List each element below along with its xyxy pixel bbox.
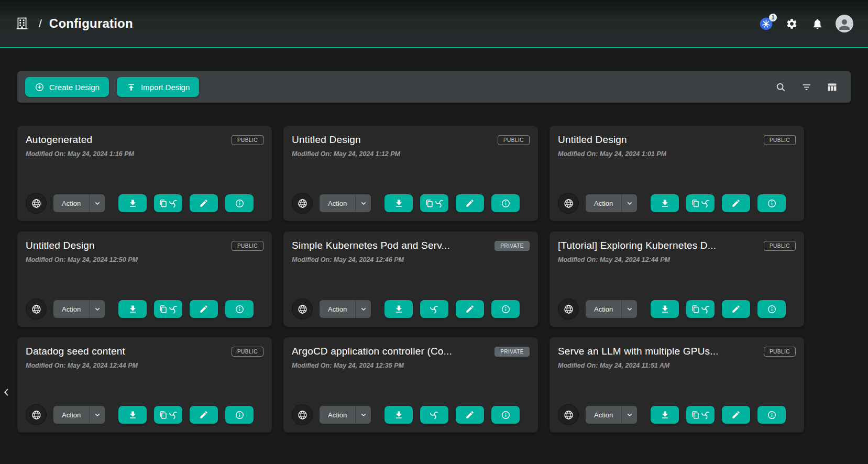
action-dropdown-button[interactable] (355, 194, 371, 212)
info-button[interactable] (491, 300, 520, 318)
visibility-globe-button[interactable] (292, 193, 313, 214)
action-button[interactable]: Action (320, 194, 355, 212)
action-dropdown-button[interactable] (89, 300, 105, 318)
action-dropdown-button[interactable] (89, 194, 105, 212)
visibility-globe-button[interactable] (292, 404, 313, 425)
design-title: Untitled Design (292, 134, 361, 146)
spiral-icon (700, 304, 711, 314)
edit-button[interactable] (456, 300, 484, 318)
info-icon (501, 198, 511, 208)
filter-icon[interactable] (801, 82, 812, 93)
card-actions: Action (558, 404, 796, 425)
visibility-globe-button[interactable] (26, 404, 47, 425)
action-button[interactable]: Action (586, 300, 621, 318)
action-button[interactable]: Action (586, 194, 621, 212)
table-view-icon[interactable] (827, 82, 838, 93)
action-dropdown-button[interactable] (621, 194, 637, 212)
card-icon-buttons (651, 300, 786, 318)
user-avatar[interactable] (836, 15, 853, 32)
page-title: Configuration (49, 16, 133, 31)
clone-button[interactable] (420, 194, 448, 212)
copy-icon (424, 198, 434, 208)
clone-button[interactable] (686, 194, 715, 212)
chevron-down-icon (359, 199, 368, 207)
clone-button[interactable] (420, 300, 448, 318)
info-button[interactable] (225, 300, 254, 318)
clone-button[interactable] (154, 194, 182, 212)
info-button[interactable] (225, 406, 254, 424)
action-dropdown-button[interactable] (621, 406, 637, 424)
card-actions: Action (26, 193, 263, 214)
download-button[interactable] (651, 194, 679, 212)
edit-button[interactable] (722, 194, 750, 212)
clone-button[interactable] (154, 300, 182, 318)
chevron-down-icon (359, 411, 368, 419)
design-card: Datadog seed content PUBLIC Modified On:… (17, 337, 272, 433)
edit-button[interactable] (190, 300, 218, 318)
action-button[interactable]: Action (53, 194, 89, 212)
action-dropdown-button[interactable] (355, 300, 371, 318)
visibility-globe-button[interactable] (558, 404, 579, 425)
info-button[interactable] (757, 300, 786, 318)
import-design-button[interactable]: Import Design (117, 77, 199, 97)
action-button[interactable]: Action (53, 406, 89, 424)
cluster-status-button[interactable]: 1 (759, 16, 773, 31)
action-dropdown-button[interactable] (355, 406, 371, 424)
download-button[interactable] (118, 300, 147, 318)
visibility-badge: PRIVATE (495, 241, 530, 251)
download-button[interactable] (118, 194, 147, 212)
download-button[interactable] (651, 300, 679, 318)
visibility-globe-button[interactable] (558, 299, 579, 319)
design-card: Autogenerated PUBLIC Modified On: May 24… (17, 126, 272, 221)
settings-button[interactable] (784, 16, 799, 31)
action-dropdown-button[interactable] (621, 300, 637, 318)
drawer-collapse-button[interactable] (0, 385, 13, 400)
pencil-icon (731, 304, 741, 314)
download-button[interactable] (118, 406, 147, 424)
clone-button[interactable] (420, 406, 448, 424)
pencil-icon (731, 198, 741, 208)
create-design-button[interactable]: Create Design (25, 77, 109, 97)
clone-button[interactable] (686, 406, 715, 424)
info-button[interactable] (491, 194, 520, 212)
card-header: Untitled Design PUBLIC (292, 134, 530, 146)
copy-icon (690, 198, 700, 208)
info-button[interactable] (757, 194, 786, 212)
visibility-globe-button[interactable] (292, 299, 313, 319)
download-button[interactable] (384, 406, 413, 424)
action-button[interactable]: Action (320, 406, 355, 424)
info-button[interactable] (491, 406, 520, 424)
edit-button[interactable] (456, 406, 484, 424)
action-button[interactable]: Action (53, 300, 89, 318)
action-button[interactable]: Action (320, 300, 355, 318)
notifications-button[interactable] (810, 16, 825, 31)
spiral-icon (168, 304, 179, 314)
info-button[interactable] (757, 406, 786, 424)
action-split-button: Action (320, 406, 371, 424)
action-button[interactable]: Action (586, 406, 621, 424)
visibility-globe-button[interactable] (558, 193, 579, 214)
pencil-icon (199, 410, 208, 419)
design-card: [Tutorial] Exploring Kubernetes D... PUB… (550, 231, 804, 327)
clone-button[interactable] (686, 300, 715, 318)
design-title: Untitled Design (558, 134, 627, 146)
edit-button[interactable] (722, 406, 750, 424)
action-split-button: Action (586, 194, 637, 212)
download-button[interactable] (651, 406, 679, 424)
card-icon-buttons (384, 300, 520, 318)
download-button[interactable] (384, 300, 413, 318)
download-button[interactable] (384, 194, 413, 212)
modified-on-text: Modified On: May 24, 2024 12:44 PM (558, 256, 796, 263)
edit-button[interactable] (190, 406, 218, 424)
action-dropdown-button[interactable] (89, 406, 105, 424)
edit-button[interactable] (190, 194, 218, 212)
edit-button[interactable] (722, 300, 750, 318)
info-button[interactable] (225, 194, 254, 212)
edit-button[interactable] (456, 194, 484, 212)
organization-building-icon[interactable] (15, 16, 30, 31)
search-icon[interactable] (775, 82, 786, 93)
visibility-globe-button[interactable] (26, 193, 47, 214)
clone-button[interactable] (154, 406, 182, 424)
visibility-globe-button[interactable] (26, 299, 47, 319)
design-card: ArgoCD application controller (Co... PRI… (283, 337, 538, 433)
